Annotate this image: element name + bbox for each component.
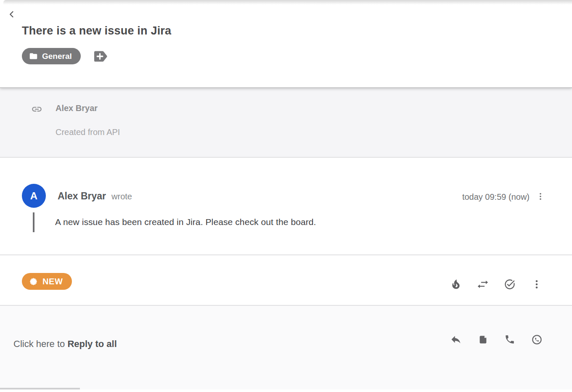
plus-tag-icon xyxy=(94,50,108,62)
kebab-menu-icon xyxy=(536,192,545,201)
reply-prompt[interactable]: Click here to Reply to all xyxy=(13,339,117,350)
close-resolve-button[interactable] xyxy=(504,278,516,290)
message-header: Alex Bryar wrote xyxy=(58,191,132,202)
call-button[interactable] xyxy=(504,334,516,345)
reply-icon xyxy=(450,334,462,345)
message-author: Alex Bryar xyxy=(58,191,106,202)
message-menu-button[interactable] xyxy=(536,191,545,201)
status-row: NEW xyxy=(0,255,572,306)
note-icon xyxy=(477,334,489,345)
contact-description: Created from API xyxy=(56,127,120,137)
move-swap-button[interactable] xyxy=(477,278,489,290)
check-circle-icon xyxy=(504,278,516,290)
chevron-left-icon xyxy=(8,10,16,19)
note-button[interactable] xyxy=(477,334,489,345)
message-item: A Alex Bryar wrote today 09:59 (now) A n… xyxy=(0,158,572,255)
seal-icon xyxy=(29,277,38,286)
message-action-label: wrote xyxy=(111,192,132,201)
reply-actions xyxy=(450,334,543,345)
more-actions-button[interactable] xyxy=(531,278,543,290)
phone-icon xyxy=(504,334,515,345)
reply-to-all-link[interactable]: Reply to all xyxy=(67,339,117,349)
quote-bar xyxy=(33,212,34,232)
horizontal-scrollbar[interactable] xyxy=(0,388,80,389)
add-label-button[interactable] xyxy=(94,50,108,62)
conversation-header: There is a new issue in Jira General xyxy=(0,0,572,88)
top-shadow xyxy=(3,0,572,5)
folder-icon xyxy=(29,52,38,61)
message-timestamp: today 09:59 (now) xyxy=(462,192,530,202)
label-row: General xyxy=(22,48,108,64)
whatsapp-button[interactable] xyxy=(531,334,543,345)
conversation-panel: There is a new issue in Jira General xyxy=(0,0,572,392)
page-title: There is a new issue in Jira xyxy=(22,24,171,37)
kebab-menu-icon xyxy=(532,279,542,290)
conversation-toolbar xyxy=(450,278,543,290)
whatsapp-icon xyxy=(531,334,543,345)
back-button[interactable] xyxy=(7,9,17,19)
reply-bar: Click here to Reply to all xyxy=(0,306,572,389)
label-chip-general[interactable]: General xyxy=(22,48,81,64)
reply-prompt-prefix: Click here to xyxy=(13,339,67,349)
status-badge-text: NEW xyxy=(42,277,63,286)
swap-arrows-icon xyxy=(477,278,489,290)
status-badge: NEW xyxy=(22,273,72,290)
message-body: A new issue has been created in Jira. Pl… xyxy=(55,217,316,227)
contact-info-section[interactable]: Alex Bryar Created from API xyxy=(0,88,572,158)
avatar[interactable]: A xyxy=(22,184,46,208)
flame-icon xyxy=(450,278,461,290)
burn-button[interactable] xyxy=(450,278,462,290)
contact-name: Alex Bryar xyxy=(56,103,98,113)
link-icon xyxy=(31,103,42,115)
reply-button[interactable] xyxy=(450,334,462,345)
label-chip-text: General xyxy=(42,52,72,61)
